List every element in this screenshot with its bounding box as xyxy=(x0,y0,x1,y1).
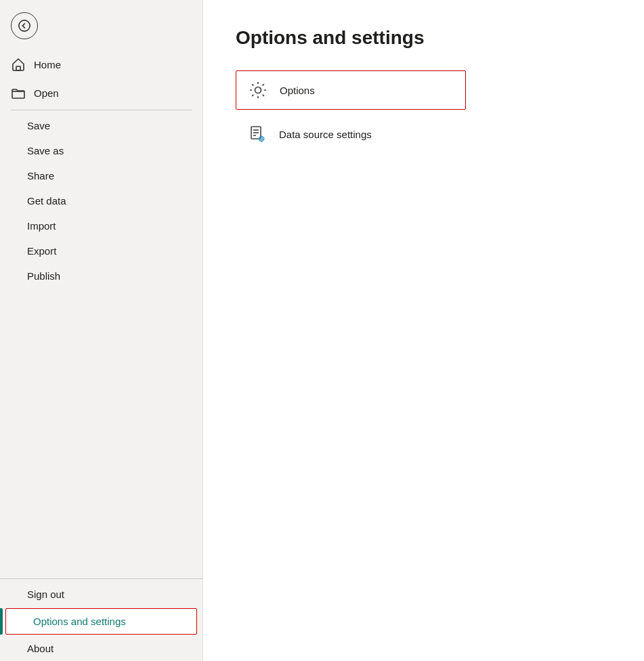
sidebar-item-export[interactable]: Export xyxy=(0,238,202,263)
svg-rect-1 xyxy=(16,66,20,70)
sidebar-share-label: Share xyxy=(27,170,54,182)
sidebar-top xyxy=(0,0,202,50)
svg-point-8 xyxy=(261,138,263,140)
sidebar-item-import[interactable]: Import xyxy=(0,213,202,238)
sidebar-item-get-data[interactable]: Get data xyxy=(0,188,202,213)
sidebar-item-save-as[interactable]: Save as xyxy=(0,138,202,163)
sidebar-item-sign-out[interactable]: Sign out xyxy=(0,582,202,607)
sidebar-item-options-and-settings[interactable]: Options and settings xyxy=(5,608,197,635)
sidebar-about-label: About xyxy=(27,643,53,654)
sidebar-export-label: Export xyxy=(27,245,56,257)
open-icon xyxy=(11,85,26,100)
sidebar-item-home[interactable]: Home xyxy=(0,50,202,79)
sidebar-import-label: Import xyxy=(27,220,56,232)
sidebar-get-data-label: Get data xyxy=(27,195,66,207)
data-source-settings-card[interactable]: Data source settings xyxy=(236,115,466,153)
sidebar-item-open[interactable]: Open xyxy=(0,79,202,107)
nav-divider-1 xyxy=(11,110,192,110)
sidebar-options-settings-label: Options and settings xyxy=(33,616,126,627)
sidebar-save-as-label: Save as xyxy=(27,145,64,156)
sidebar-open-label: Open xyxy=(34,87,59,99)
page-title: Options and settings xyxy=(236,27,611,49)
data-source-icon xyxy=(246,123,268,145)
sidebar: Home Open Save Save as Share Get data Im… xyxy=(0,0,203,661)
sidebar-publish-label: Publish xyxy=(27,270,60,282)
main-content: Options and settings Options xyxy=(203,0,644,661)
sidebar-item-publish[interactable]: Publish xyxy=(0,263,202,289)
sidebar-home-label: Home xyxy=(34,59,61,70)
options-label: Options xyxy=(280,85,315,96)
back-button[interactable] xyxy=(11,12,38,39)
home-icon xyxy=(11,57,26,72)
sidebar-item-share[interactable]: Share xyxy=(0,163,202,188)
svg-point-0 xyxy=(19,20,30,31)
sidebar-bottom: Sign out Options and settings About xyxy=(0,578,202,661)
sidebar-sign-out-label: Sign out xyxy=(27,589,64,600)
sidebar-save-label: Save xyxy=(27,120,50,131)
gear-icon xyxy=(247,79,269,101)
sidebar-item-save[interactable]: Save xyxy=(0,113,202,138)
svg-point-2 xyxy=(255,87,261,93)
data-source-settings-label: Data source settings xyxy=(279,129,372,140)
options-settings-wrapper: Options and settings xyxy=(0,608,202,635)
sidebar-item-about[interactable]: About xyxy=(0,636,202,661)
active-indicator xyxy=(0,608,3,635)
options-card[interactable]: Options xyxy=(236,70,466,110)
